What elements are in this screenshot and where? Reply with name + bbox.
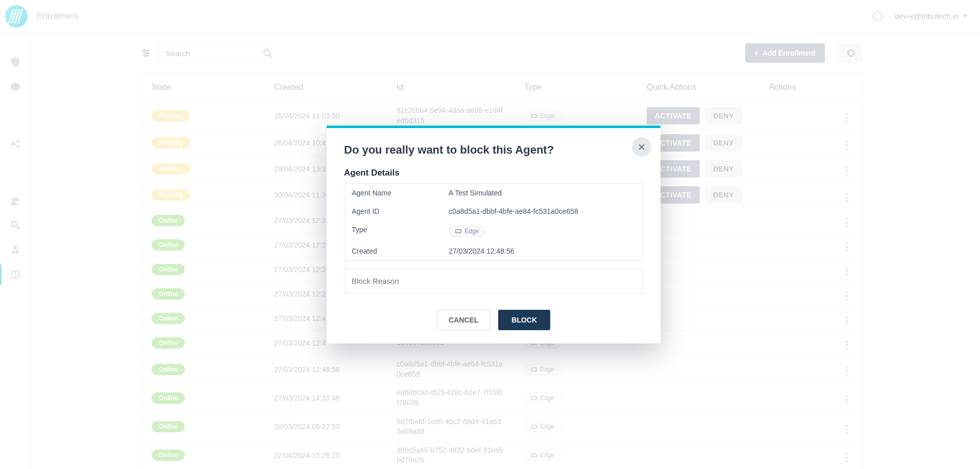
state-badge: Online [152, 313, 185, 324]
svg-point-10 [143, 50, 145, 52]
table-row: Online22/04/2024 15:26:253bbc5a65-b752-4… [141, 441, 862, 469]
modal-subtitle: Agent Details [344, 168, 643, 178]
edge-icon [531, 424, 537, 430]
add-enrollment-label: Add Enrollment [763, 49, 816, 57]
row-menu-button[interactable] [846, 316, 848, 325]
deny-button[interactable]: DENY [705, 107, 742, 125]
toolbar: + Add Enrollment [141, 43, 863, 63]
type-chip: Edge [524, 392, 561, 404]
row-menu-button[interactable] [846, 167, 848, 176]
type-chip: Edge [524, 110, 561, 121]
search-input[interactable] [166, 49, 263, 58]
row-menu-button[interactable] [846, 242, 848, 252]
type-chip-label: Edge [540, 366, 554, 373]
webhook-icon[interactable] [10, 245, 20, 255]
enrollment-icon[interactable] [10, 269, 20, 280]
state-badge: Online [152, 392, 185, 404]
state-badge: Pending [152, 163, 190, 175]
row-menu-button[interactable] [846, 453, 848, 462]
svg-point-1 [16, 140, 19, 143]
cell-id: e468bc9d-df25-428c-b2e7-7f15f0f78039 [386, 384, 514, 412]
detail-name-key: Agent Name [352, 189, 449, 197]
svg-rect-24 [531, 368, 536, 371]
table-row: Online27/03/2024 12:48:56c0a8d5a1-dbbf-4… [141, 355, 862, 384]
svg-point-13 [264, 50, 270, 56]
state-badge: Online [152, 450, 185, 461]
detail-created-key: Created [352, 247, 449, 255]
shield-icon[interactable] [10, 57, 20, 67]
row-menu-button[interactable] [846, 193, 848, 202]
cube-icon[interactable] [10, 82, 20, 92]
block-agent-modal: Do you really want to block this Agent? … [327, 126, 660, 343]
search-box [159, 43, 272, 63]
filter-icon[interactable] [141, 48, 151, 58]
row-menu-button[interactable] [846, 267, 848, 276]
state-badge: Online [152, 364, 185, 375]
svg-rect-9 [12, 271, 19, 278]
left-nav [0, 33, 31, 469]
cell-id: 5d7f5a6f-1e90-4bc2-88d4-41a635ab9a89 [386, 413, 514, 441]
cancel-button[interactable]: CANCEL [437, 310, 490, 330]
row-menu-button[interactable] [846, 396, 848, 405]
deny-button[interactable]: DENY [705, 186, 742, 204]
edge-icon [531, 452, 537, 458]
type-chip-label: Edge [464, 228, 479, 235]
detail-id-key: Agent ID [352, 207, 449, 215]
state-badge: Online [152, 421, 185, 432]
row-menu-button[interactable] [846, 340, 848, 350]
edge-icon [531, 395, 537, 401]
block-reason-input[interactable] [344, 268, 643, 293]
modal-title: Do you really want to block this Agent? [344, 143, 643, 157]
user-menu[interactable]: dev-x@tributech.io [895, 12, 968, 20]
svg-point-11 [146, 52, 149, 54]
svg-point-3 [12, 198, 16, 202]
col-created: Created [264, 83, 386, 92]
type-chip: Edge [524, 421, 561, 432]
deny-button[interactable]: DENY [705, 134, 742, 152]
row-menu-button[interactable] [846, 367, 848, 376]
type-chip-label: Edge [540, 394, 554, 402]
row-menu-button[interactable] [846, 113, 848, 122]
table-header: State Created Id Type Quick Actions Acti… [141, 73, 862, 102]
type-chip: Edge [449, 226, 485, 237]
col-id: Id [386, 83, 514, 92]
svg-point-8 [14, 246, 17, 249]
type-chip: Edge [524, 364, 561, 375]
block-button[interactable]: BLOCK [498, 310, 550, 330]
help-icon[interactable]: ? [872, 11, 883, 21]
state-badge: Online [152, 288, 185, 300]
search-icon [263, 48, 272, 58]
svg-point-4 [16, 198, 19, 201]
svg-point-12 [144, 55, 146, 57]
edge-icon [531, 113, 537, 119]
type-chip-label: Edge [540, 112, 554, 119]
state-badge: Pending [152, 137, 190, 149]
detail-created-value: 27/03/2024 12:48:56 [449, 247, 635, 255]
svg-rect-14 [531, 114, 536, 117]
row-menu-button[interactable] [846, 218, 848, 227]
share-icon[interactable] [10, 139, 20, 149]
cell-created: 15/04/2024 11:03:50 [264, 108, 386, 124]
col-quick: Quick Actions [636, 83, 759, 92]
cell-created: 28/03/2024 09:22:50 [264, 418, 386, 435]
modal-close-button[interactable] [632, 137, 651, 157]
table-row: Online28/03/2024 09:22:505d7f5a6f-1e90-4… [141, 413, 862, 441]
col-state: State [141, 83, 264, 92]
row-menu-button[interactable] [846, 425, 848, 434]
detail-id-value: c0a8d5a1-dbbf-4bfe-ae84-fc531a0ce658 [449, 207, 635, 215]
row-menu-button[interactable] [846, 291, 848, 301]
key-icon[interactable] [10, 220, 20, 231]
users-icon[interactable] [10, 196, 20, 206]
deny-button[interactable]: DENY [705, 160, 742, 178]
row-menu-button[interactable] [846, 141, 848, 150]
cell-created: 27/03/2024 14:33:49 [264, 390, 386, 406]
refresh-button[interactable] [839, 43, 863, 63]
plus-icon: + [754, 49, 758, 57]
edge-icon [531, 366, 537, 373]
activate-button[interactable]: ACTIVATE [647, 107, 700, 125]
type-chip-label: Edge [540, 452, 554, 459]
state-badge: Online [152, 239, 185, 251]
svg-rect-27 [531, 454, 536, 457]
state-badge: Online [152, 215, 185, 226]
add-enrollment-button[interactable]: + Add Enrollment [745, 43, 825, 63]
